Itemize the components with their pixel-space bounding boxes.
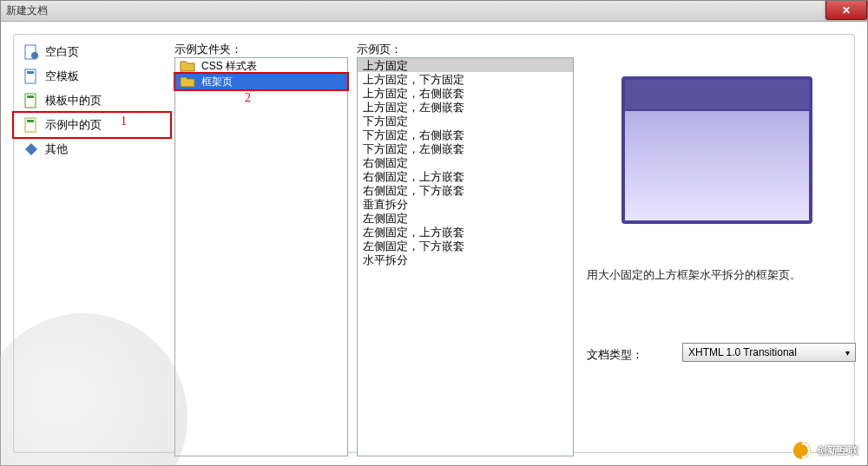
svg-rect-3 xyxy=(27,71,34,74)
page-item[interactable]: 左侧固定，上方嵌套 xyxy=(358,225,573,239)
doctype-value: XHTML 1.0 Transitional xyxy=(688,346,797,358)
brand-logo: 创新互联 xyxy=(792,441,858,460)
dialog-inner-panel: 空白页 空模板 模板中的页 1 xyxy=(13,34,855,453)
category-other[interactable]: 其他 xyxy=(14,137,170,161)
annotation-number: 2 xyxy=(245,91,251,105)
page-item[interactable]: 左侧固定 xyxy=(358,211,573,225)
category-blank-page[interactable]: 空白页 xyxy=(14,40,170,64)
preview-description: 用大小固定的上方框架水平拆分的框架页。 xyxy=(587,267,847,283)
page-item[interactable]: 垂直拆分 xyxy=(358,197,573,211)
page-item[interactable]: 上方固定，右侧嵌套 xyxy=(358,86,573,100)
pages-heading: 示例页： xyxy=(357,42,402,57)
category-label: 其他 xyxy=(45,141,68,157)
category-sample-page[interactable]: 示例中的页 xyxy=(12,111,172,139)
category-label: 示例中的页 xyxy=(45,117,102,133)
category-label: 模板中的页 xyxy=(45,93,102,108)
page-item[interactable]: 下方固定，左侧嵌套 xyxy=(358,141,573,155)
doctype-dropdown[interactable]: XHTML 1.0 Transitional ▾ xyxy=(682,343,856,362)
page-item[interactable]: 上方固定，左侧嵌套 xyxy=(358,100,573,114)
preview-thumbnail xyxy=(621,76,812,224)
preview-top-frame xyxy=(625,80,809,111)
svg-rect-5 xyxy=(27,95,34,98)
category-template-page[interactable]: 模板中的页 1 xyxy=(14,89,170,113)
category-blank-template[interactable]: 空模板 xyxy=(14,64,170,89)
folders-heading: 示例文件夹： xyxy=(174,42,242,57)
sample-page-icon xyxy=(23,116,40,134)
page-item[interactable]: 水平拆分 xyxy=(358,253,573,266)
chevron-down-icon: ▾ xyxy=(845,348,850,358)
doctype-label: 文档类型： xyxy=(587,347,643,363)
page-item[interactable]: 下方固定 xyxy=(358,114,573,128)
folder-item-label: 框架页 xyxy=(201,75,233,89)
new-document-dialog: 新建文档 ✕ 空白页 空模板 xyxy=(0,0,868,466)
dialog-title: 新建文档 xyxy=(6,3,48,18)
brand-icon xyxy=(792,441,812,460)
page-item[interactable]: 右侧固定，下方嵌套 xyxy=(358,183,573,197)
folder-listbox[interactable]: CSS 样式表 框架页 2 xyxy=(174,57,348,456)
page-icon xyxy=(23,43,40,61)
dialog-content: 空白页 空模板 模板中的页 1 xyxy=(1,22,867,465)
folder-item-label: CSS 样式表 xyxy=(201,59,257,74)
svg-point-1 xyxy=(31,52,38,59)
folder-icon xyxy=(179,73,196,90)
page-item[interactable]: 右侧固定，上方嵌套 xyxy=(358,169,573,183)
brand-text: 创新互联 xyxy=(817,443,858,458)
svg-rect-7 xyxy=(27,120,34,122)
page-item[interactable]: 上方固定 xyxy=(358,58,573,72)
folder-item-frames[interactable]: 框架页 xyxy=(175,74,347,89)
page-item[interactable]: 下方固定，右侧嵌套 xyxy=(358,128,573,141)
folder-item-css[interactable]: CSS 样式表 xyxy=(175,58,347,74)
other-icon xyxy=(23,141,40,158)
close-icon: ✕ xyxy=(842,4,851,16)
close-button[interactable]: ✕ xyxy=(825,1,867,20)
page-item[interactable]: 上方固定，下方固定 xyxy=(358,72,573,86)
template-icon xyxy=(23,68,40,85)
category-label: 空模板 xyxy=(45,69,79,84)
page-listbox[interactable]: 上方固定 上方固定，下方固定 上方固定，右侧嵌套 上方固定，左侧嵌套 下方固定 … xyxy=(357,57,574,456)
category-list: 空白页 空模板 模板中的页 1 xyxy=(14,40,170,161)
folder-icon xyxy=(179,57,196,75)
page-item[interactable]: 左侧固定，下方嵌套 xyxy=(358,239,573,253)
page-item[interactable]: 右侧固定 xyxy=(358,155,573,169)
template-page-icon xyxy=(23,92,40,109)
title-bar: 新建文档 ✕ xyxy=(1,1,867,22)
category-label: 空白页 xyxy=(45,44,79,60)
watermark-globe xyxy=(0,313,187,466)
